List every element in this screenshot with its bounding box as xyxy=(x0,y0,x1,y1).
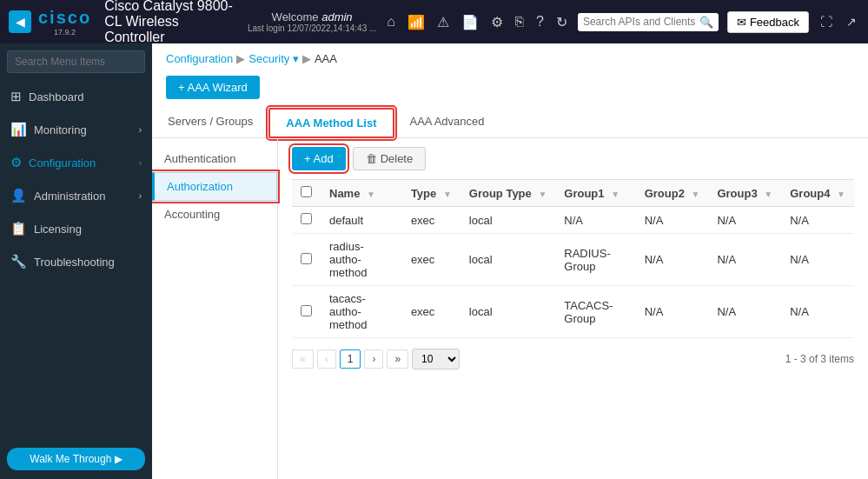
page-prev-button[interactable]: ‹ xyxy=(317,349,336,369)
group-type-filter-icon[interactable]: ▼ xyxy=(538,190,547,199)
subnav-authentication[interactable]: Authentication xyxy=(152,145,277,172)
troubleshooting-icon: 🔧 xyxy=(10,254,27,269)
dashboard-icon: ⊞ xyxy=(10,89,22,104)
sidebar-item-monitoring[interactable]: 📊 Monitoring › xyxy=(0,113,152,146)
home-icon[interactable]: ⌂ xyxy=(385,12,397,31)
sidebar-item-administration[interactable]: 👤 Administration › xyxy=(0,179,152,212)
breadcrumb-security[interactable]: Security ▾ xyxy=(248,52,299,65)
group1-filter-icon[interactable]: ▼ xyxy=(611,190,620,199)
table-row: tacacs-autho-method exec local TACACS-Gr… xyxy=(292,286,854,338)
cell-group-type-0: local xyxy=(461,207,556,234)
feedback-label: Feedback xyxy=(750,16,799,29)
page-controls: « ‹ 1 › » 10 25 50 100 xyxy=(292,349,460,369)
tab-servers-groups[interactable]: Servers / Groups xyxy=(152,108,268,137)
breadcrumb-configuration[interactable]: Configuration xyxy=(166,52,233,65)
cell-type-2: exec xyxy=(402,286,461,338)
cell-group2-2: N/A xyxy=(636,286,709,338)
cell-group1-2: TACACS-Group xyxy=(555,286,635,338)
search-icon[interactable]: 🔍 xyxy=(699,16,713,29)
add-button[interactable]: + Add xyxy=(292,147,346,170)
table-actions: + Add 🗑 Delete xyxy=(292,147,854,170)
back-button[interactable]: ◀ xyxy=(9,10,31,33)
select-all-checkbox[interactable] xyxy=(301,186,312,197)
breadcrumb-sep-1: ▶ xyxy=(236,52,245,65)
cell-group1-0: N/A xyxy=(555,207,635,234)
cell-group-type-1: local xyxy=(461,234,556,286)
row-checkbox-2[interactable] xyxy=(301,305,312,316)
subnav-accounting[interactable]: Accounting xyxy=(152,201,277,228)
page-current: 1 xyxy=(340,349,361,369)
file-icon[interactable]: 📄 xyxy=(460,12,480,32)
expand-button[interactable]: ⛶ xyxy=(818,12,835,31)
group2-filter-icon[interactable]: ▼ xyxy=(692,190,700,199)
walk-me-through-button[interactable]: Walk Me Through ▶ xyxy=(7,448,145,470)
breadcrumb-sep-2: ▶ xyxy=(302,52,311,65)
configuration-icon: ⚙ xyxy=(10,155,22,170)
gear-icon[interactable]: ⚙ xyxy=(489,12,505,32)
search-bar: 🔍 xyxy=(578,13,719,31)
refresh-icon[interactable]: ↻ xyxy=(554,12,569,32)
feedback-button[interactable]: ✉ Feedback xyxy=(727,11,809,33)
cell-group4-1: N/A xyxy=(781,234,854,286)
top-header: ◀ cisco 17.9.2 Cisco Catalyst 9800-CL Wi… xyxy=(0,0,868,43)
col-header-type: Type ▼ xyxy=(402,180,461,207)
sidebar-item-label-configuration: Configuration xyxy=(29,156,132,170)
content-area: Configuration ▶ Security ▾ ▶ AAA + AAA W… xyxy=(152,43,868,479)
wifi-icon[interactable]: 📶 xyxy=(406,12,427,32)
cell-group3-0: N/A xyxy=(708,207,781,234)
external-link-button[interactable]: ↗ xyxy=(844,12,859,31)
version-text: 17.9.2 xyxy=(54,28,76,37)
sidebar-item-licensing[interactable]: 📋 Licensing xyxy=(0,212,152,245)
search-input[interactable] xyxy=(583,16,696,28)
sub-nav: Authentication Authorization Accounting xyxy=(152,138,278,479)
sidebar-item-label-administration: Administration xyxy=(34,190,132,203)
page-last-button[interactable]: » xyxy=(387,349,408,369)
tab-method-list[interactable]: AAA Method List xyxy=(268,108,394,138)
page-first-button[interactable]: « xyxy=(292,349,314,369)
row-checkbox-0[interactable] xyxy=(301,213,312,224)
col-header-group1: Group1 ▼ xyxy=(555,180,635,207)
sidebar-item-label-monitoring: Monitoring xyxy=(34,123,132,136)
table-container: + Add 🗑 Delete Name ▼ xyxy=(278,138,868,479)
cell-name-1: radius-autho-method xyxy=(321,234,402,286)
per-page-select[interactable]: 10 25 50 100 xyxy=(412,349,460,369)
data-table: Name ▼ Type ▼ Group Type ▼ xyxy=(292,179,854,338)
inner-layout: Authentication Authorization Accounting … xyxy=(152,138,868,479)
tab-advanced[interactable]: AAA Advanced xyxy=(394,108,500,137)
sidebar-search-input[interactable] xyxy=(7,50,145,73)
sidebar-item-label-licensing: Licensing xyxy=(34,223,142,236)
delete-label: Delete xyxy=(381,152,414,165)
licensing-icon: 📋 xyxy=(10,221,27,236)
feedback-envelope-icon: ✉ xyxy=(737,16,746,29)
row-checkbox-1[interactable] xyxy=(301,253,312,264)
app-title: Cisco Catalyst 9800-CL Wireless Controll… xyxy=(104,0,239,45)
help-icon[interactable]: ? xyxy=(534,12,546,31)
col-header-group3: Group3 ▼ xyxy=(708,180,781,207)
cell-group2-0: N/A xyxy=(636,207,709,234)
cisco-logo: ◀ cisco 17.9.2 xyxy=(9,8,91,37)
type-filter-icon[interactable]: ▼ xyxy=(443,190,452,199)
name-filter-icon[interactable]: ▼ xyxy=(367,190,375,199)
subnav-authorization[interactable]: Authorization xyxy=(152,172,277,201)
cisco-logo-text: cisco 17.9.2 xyxy=(38,8,91,37)
aaa-wizard-button[interactable]: + AAA Wizard xyxy=(166,76,260,99)
header-center: Welcome admin Last login 12/07/2022,14:1… xyxy=(248,10,376,33)
cell-group4-0: N/A xyxy=(781,207,854,234)
sidebar-item-troubleshooting[interactable]: 🔧 Troubleshooting xyxy=(0,245,152,278)
tabs-row: Servers / Groups AAA Method List AAA Adv… xyxy=(152,108,868,138)
copy-icon[interactable]: ⎘ xyxy=(514,12,526,31)
alert-icon[interactable]: ⚠ xyxy=(435,12,451,32)
page-next-button[interactable]: › xyxy=(364,349,383,369)
cell-group3-1: N/A xyxy=(708,234,781,286)
col-header-name: Name ▼ xyxy=(321,180,402,207)
breadcrumb-aaa: AAA xyxy=(315,52,337,65)
sidebar-item-configuration[interactable]: ⚙ Configuration › xyxy=(0,146,152,179)
breadcrumb: Configuration ▶ Security ▾ ▶ AAA xyxy=(152,43,868,70)
col-header-group-type: Group Type ▼ xyxy=(461,180,556,207)
items-info: 1 - 3 of 3 items xyxy=(785,353,854,365)
group3-filter-icon[interactable]: ▼ xyxy=(764,190,772,199)
delete-button[interactable]: 🗑 Delete xyxy=(353,147,427,170)
pagination: « ‹ 1 › » 10 25 50 100 1 - 3 of 3 items xyxy=(292,345,854,373)
group4-filter-icon[interactable]: ▼ xyxy=(837,190,845,199)
sidebar-item-dashboard[interactable]: ⊞ Dashboard xyxy=(0,80,152,113)
